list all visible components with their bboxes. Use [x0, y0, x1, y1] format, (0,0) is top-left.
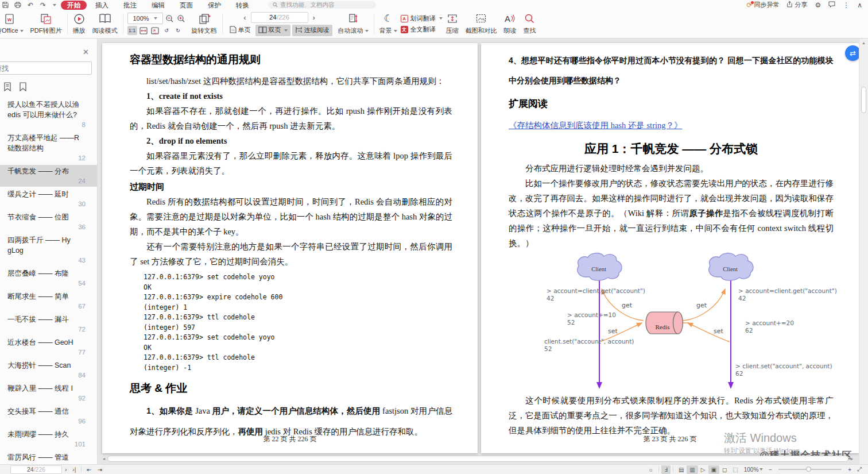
outline-item[interactable]: 千帆竞发 —— 分布 24 [0, 165, 97, 187]
play-icon [73, 13, 85, 25]
collapse-ribbon-icon[interactable]: ∧ [857, 1, 862, 9]
quick-access-caret-icon[interactable] [53, 4, 56, 6]
outline-item[interactable]: 近水楼台 —— GeoH 77 [0, 336, 97, 358]
floating-translate-button[interactable]: ⇄ [845, 45, 859, 61]
outline-item[interactable]: 交头接耳 —— 通信 96 [0, 405, 97, 427]
status-continuous-icon[interactable]: Ⅎ [661, 465, 671, 474]
status-last-page-icon[interactable]: ›| [69, 465, 79, 474]
bookmark-list-icon[interactable] [3, 82, 11, 94]
outline-item[interactable]: 节衣缩食 —— 位图 36 [0, 211, 97, 233]
outline-item[interactable]: 万丈高楼平地起 ——R础数据结构 12 [0, 132, 97, 164]
outline-item[interactable]: 一毛不拔 —— 漏斗 72 [0, 313, 97, 335]
bookmark-icon[interactable] [19, 82, 27, 94]
vertical-scrollbar[interactable]: ▲ [859, 38, 868, 464]
sync-status[interactable]: ⟳同步异常 [746, 1, 779, 9]
outline-item[interactable]: 未雨绸缪 —— 持久 101 [0, 428, 97, 450]
eye-protect-icon[interactable]: ☼ [645, 465, 656, 474]
background-button[interactable]: ☾ 背景 [376, 11, 401, 37]
fit-page-icon[interactable] [150, 26, 160, 35]
word-translate-button[interactable]: A 划词翻译 [401, 14, 443, 23]
actual-size-button[interactable]: 1:1 [127, 26, 137, 35]
scroll-up-icon[interactable]: ▲ [862, 41, 866, 45]
single-page-button[interactable]: 单页 [227, 25, 254, 36]
next-page-icon[interactable]: › [313, 13, 315, 22]
share-button[interactable]: 分享 [786, 1, 807, 9]
horizontal-scroll-thumb[interactable] [107, 456, 848, 462]
status-zoom-level[interactable]: 100% [741, 465, 766, 474]
horizontal-scrollbar[interactable]: ◂ ▸ [103, 455, 853, 463]
zoom-out-icon[interactable] [165, 14, 175, 23]
zoom-minus-icon[interactable]: − [766, 465, 775, 474]
tab-home[interactable]: 开始 [61, 1, 87, 10]
fit-width-icon[interactable] [139, 26, 149, 35]
status-actual-size-icon[interactable]: ▣ [708, 465, 719, 474]
rotate-cw-icon[interactable]: ↻ [173, 26, 183, 35]
settings-gear-icon[interactable]: ⚙ [815, 1, 821, 9]
outline-item[interactable]: 大海捞针 —— Scan 84 [0, 359, 97, 381]
play-button[interactable]: 播放 [69, 11, 89, 37]
undo-icon[interactable]: ↶ [26, 1, 34, 9]
prev-page-icon[interactable]: ‹ [243, 13, 246, 22]
zoom-in-icon[interactable] [176, 14, 186, 23]
status-play-icon[interactable]: ▷ [698, 465, 708, 474]
view-back-icon[interactable]: ⇤ [84, 465, 94, 474]
search-box[interactable]: 查找功能、文档内容 [268, 1, 376, 9]
status-next-page-icon[interactable]: › [62, 465, 69, 474]
compress-button[interactable]: 压缩 [443, 11, 462, 37]
outline-item[interactable]: 授人以鱼不若授人以渔edis 可以用来做什么? 8 [0, 98, 97, 130]
tab-annotate[interactable]: 批注 [117, 1, 143, 10]
read-mode-button[interactable]: 阅读模式 [89, 11, 121, 37]
pdf-to-image-button[interactable]: PDF转图片 [27, 11, 65, 37]
page-number-input[interactable]: 24/226 [251, 12, 308, 23]
feedback-icon[interactable] [828, 1, 835, 9]
outline-search-input[interactable] [0, 61, 92, 75]
double-page-button[interactable]: 双页 [255, 25, 290, 36]
sync-error-badge [751, 1, 754, 4]
print-icon[interactable] [14, 1, 22, 9]
get-label-left: get [622, 298, 632, 313]
op-command: > account=client.get("account") [738, 287, 837, 295]
outline-item[interactable]: 缓兵之计 —— 延时 30 [0, 188, 97, 210]
auto-scroll-button[interactable]: 自动滚动 [335, 11, 372, 37]
more-kebab-icon[interactable]: ⋮ [843, 1, 850, 9]
status-fit-width-icon[interactable]: ◻ [719, 465, 730, 474]
extended-reading-link[interactable]: 《存结构体信息到底该使用 hash 还是 string？》 [509, 118, 682, 133]
outline-item[interactable]: 四两拨千斤 —— HygLog 43 [0, 234, 97, 266]
zoom-plus-icon[interactable]: + [845, 465, 854, 474]
tab-page[interactable]: 页面 [173, 1, 199, 10]
outline-item[interactable]: 层峦叠嶂 —— 布隆 54 [0, 267, 97, 289]
screenshot-compare-button[interactable]: 截图和对比 [462, 11, 501, 37]
zoom-level-dropdown[interactable]: 100% [127, 13, 163, 24]
op-command: > client.set("account", account) [735, 363, 832, 370]
fullscreen-icon[interactable]: ⤢ [854, 465, 865, 474]
status-page-input[interactable]: 24/226 [10, 465, 62, 474]
tab-edit[interactable]: 编辑 [145, 1, 171, 10]
close-sidebar-icon[interactable]: ✕ [83, 48, 89, 56]
zoom-slider[interactable] [778, 469, 842, 470]
scroll-left-icon[interactable]: ◂ [103, 456, 105, 461]
vertical-scroll-thumb[interactable] [861, 87, 866, 113]
outline-item[interactable]: 鞭辟入里 —— 线程 I 92 [0, 382, 97, 404]
status-double-page-icon[interactable]: ▥ [687, 465, 698, 474]
full-translate-button[interactable]: 文 全文翻译 [401, 25, 443, 34]
redo-icon[interactable]: ↷ [39, 1, 47, 9]
rotate-ccw-icon[interactable]: ↺ [162, 26, 172, 35]
tab-insert[interactable]: 插入 [89, 1, 115, 10]
read-aloud-button[interactable]: A 朗读 [501, 11, 520, 37]
zoom-slider-knob[interactable] [806, 467, 811, 472]
tab-convert[interactable]: 转换 [230, 1, 255, 10]
code-block: 127.0.0.1:6379> set codehole yoyo OK 127… [144, 272, 452, 373]
status-single-page-icon[interactable]: ▤ [676, 465, 687, 474]
status-fit-page-icon[interactable]: ⬚ [730, 465, 741, 474]
outline-item[interactable]: 雷厉风行 —— 管道 107 [0, 451, 97, 464]
rotate-document-button[interactable]: 旋转文档 [188, 11, 220, 37]
find-button[interactable]: 查找 [520, 11, 540, 37]
scroll-right-icon[interactable]: ▸ [851, 456, 853, 461]
view-forward-icon[interactable]: ⇥ [95, 465, 105, 474]
outline-page-number: 30 [7, 199, 92, 209]
to-office-button[interactable]: w 转Office [0, 11, 27, 37]
outline-item[interactable]: 断尾求生 —— 简单 67 [0, 290, 97, 312]
tab-protect[interactable]: 保护 [202, 1, 227, 10]
save-icon[interactable] [1, 1, 9, 9]
continuous-read-button[interactable]: 连续阅读 [292, 25, 332, 36]
